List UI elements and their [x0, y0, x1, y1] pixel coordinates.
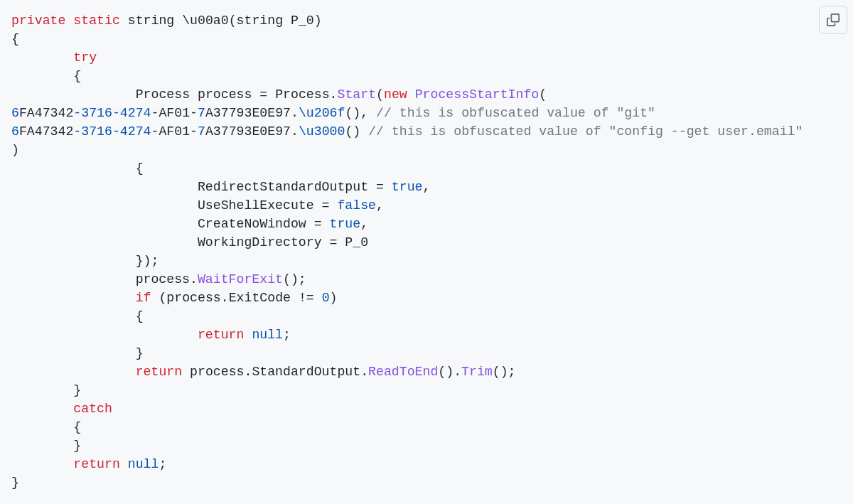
guid2-method: \u3000: [299, 124, 345, 139]
val-null-2: null: [128, 457, 159, 471]
prop-cnw: CreateNoWindow: [198, 217, 306, 231]
prop-stdout: StandardOutput: [252, 365, 360, 379]
guid2-seg-h: 7: [198, 124, 205, 139]
type-psi: ProcessStartInfo: [415, 87, 540, 102]
op-eq: =: [259, 87, 267, 102]
code-block: private static string \u00a0(string P_0)…: [0, 0, 853, 504]
keyword-return-2: return: [136, 365, 183, 379]
op-neq: !=: [299, 291, 314, 305]
guid1-seg-a: 6: [11, 106, 19, 120]
val-false: false: [337, 198, 376, 213]
type-string: string: [128, 14, 175, 28]
guid1-seg-d: 3716: [81, 106, 112, 120]
guid1-seg-g: -AF01-: [151, 106, 198, 120]
guid2-seg-e: -: [112, 124, 120, 139]
prop-wd: WorkingDirectory: [198, 235, 322, 250]
fn-readtoend: ReadToEnd: [368, 365, 438, 379]
val-null-1: null: [252, 328, 283, 342]
guid1-method: \u206f: [299, 106, 345, 120]
keyword-return-3: return: [73, 457, 120, 471]
fn-start: Start: [337, 87, 376, 102]
guid2-seg-d: 3716: [81, 124, 112, 139]
param-name: P_0: [291, 14, 314, 28]
keyword-new: new: [384, 87, 407, 102]
prop-exitcode: ExitCode: [229, 291, 291, 305]
prop-use: UseShellExecute: [198, 198, 314, 213]
guid1-seg-c: -: [73, 106, 81, 120]
guid1-seg-f: 4274: [120, 106, 151, 120]
keyword-if: if: [136, 291, 151, 305]
guid2-seg-b: FA47342: [19, 124, 73, 139]
param-type: string: [237, 14, 284, 28]
guid1-seg-i: A37793E0E97: [205, 106, 291, 120]
guid2-seg-i: A37793E0E97: [205, 124, 291, 139]
keyword-return-1: return: [198, 328, 245, 342]
copy-button[interactable]: [819, 6, 847, 34]
guid1-seg-b: FA47342: [19, 106, 73, 120]
var-process: process: [198, 87, 252, 102]
guid2-seg-g: -AF01-: [151, 124, 198, 139]
prop-rso: RedirectStandardOutput: [198, 180, 368, 194]
type-process: Process: [136, 87, 190, 102]
keyword-try: try: [73, 50, 97, 65]
method-name: \u00a0: [182, 14, 229, 28]
fn-trim: Trim: [461, 365, 493, 379]
val-p0: P_0: [345, 235, 368, 250]
guid2-seg-a: 6: [11, 124, 19, 139]
copy-icon: [827, 14, 839, 26]
comment-1: // this is obfuscated value of "git": [376, 106, 655, 120]
keyword-catch: catch: [73, 402, 112, 416]
comment-2: // this is obfuscated value of "config -…: [368, 124, 803, 139]
guid1-seg-h: 7: [198, 106, 205, 120]
keyword-private: private: [11, 14, 65, 28]
val-zero: 0: [322, 291, 330, 305]
val-true-2: true: [330, 217, 361, 231]
guid2-seg-c: -: [73, 124, 81, 139]
type-process-2: Process: [275, 87, 329, 102]
keyword-static: static: [73, 14, 120, 28]
val-true-1: true: [392, 180, 423, 194]
guid2-seg-f: 4274: [120, 124, 151, 139]
guid1-seg-e: -: [112, 106, 120, 120]
fn-waitforexit: WaitForExit: [198, 272, 283, 286]
